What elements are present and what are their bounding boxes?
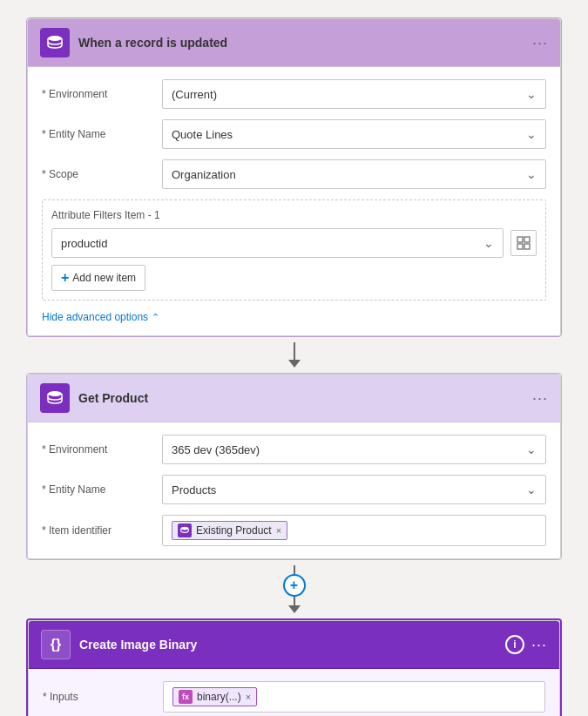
connector-line-3 bbox=[294, 597, 295, 605]
create-image-icon-box: {} bbox=[41, 630, 71, 659]
attr-filter-label: Attribute Filters Item - 1 bbox=[51, 209, 537, 221]
environment-row: * Environment (Current) ⌄ bbox=[42, 79, 546, 109]
attr-filter-value: productid bbox=[61, 237, 483, 250]
add-step-button-1[interactable]: + bbox=[283, 574, 306, 597]
get-product-header: Get Product ··· bbox=[28, 375, 560, 422]
binary-chip-label: binary(...) bbox=[197, 691, 241, 703]
environment-label: * Environment bbox=[42, 88, 155, 100]
add-item-plus-icon: + bbox=[61, 270, 69, 286]
get-product-card-wrapper: Get Product ··· * Environment 365 dev (3… bbox=[26, 373, 562, 560]
create-image-card-wrapper: {} Create Image Binary i ··· * Inputs fx bbox=[26, 618, 562, 716]
create-image-menu: i ··· bbox=[505, 635, 547, 654]
gp-entity-label: * Entity Name bbox=[42, 483, 155, 496]
get-product-card: Get Product ··· * Environment 365 dev (3… bbox=[27, 374, 561, 559]
chevron-up-icon: ⌃ bbox=[152, 312, 159, 323]
svg-rect-2 bbox=[524, 237, 530, 242]
gp-environment-dropdown[interactable]: 365 dev (365dev) ⌄ bbox=[162, 435, 546, 464]
grid-icon-button[interactable] bbox=[510, 230, 537, 256]
gp-environment-arrow-icon: ⌄ bbox=[526, 442, 537, 456]
get-product-title: Get Product bbox=[78, 391, 524, 405]
connector-line-2 bbox=[294, 565, 295, 574]
create-image-more-button[interactable]: ··· bbox=[531, 637, 547, 652]
ci-inputs-row: * Inputs fx binary(...) × bbox=[43, 681, 545, 713]
environment-value: (Current) bbox=[172, 88, 526, 101]
binary-chip: fx binary(...) × bbox=[172, 687, 257, 706]
create-image-header: {} Create Image Binary i ··· bbox=[29, 621, 559, 669]
gp-entity-value: Products bbox=[172, 483, 526, 496]
hide-advanced-label: Hide advanced options bbox=[42, 311, 148, 323]
gp-environment-row: * Environment 365 dev (365dev) ⌄ bbox=[42, 435, 546, 464]
svg-point-6 bbox=[181, 527, 188, 530]
add-item-button[interactable]: + Add new item bbox=[51, 265, 145, 291]
hide-advanced-link[interactable]: Hide advanced options ⌃ bbox=[42, 311, 546, 323]
attr-filter-arrow-icon: ⌄ bbox=[483, 236, 494, 250]
svg-rect-1 bbox=[517, 237, 523, 242]
entity-dropdown[interactable]: Quote Lines ⌄ bbox=[162, 119, 546, 149]
scope-arrow-icon: ⌄ bbox=[526, 167, 537, 181]
add-item-label: Add new item bbox=[72, 272, 136, 284]
create-image-card: {} Create Image Binary i ··· * Inputs fx bbox=[28, 620, 560, 716]
flow-container: When a record is updated ··· * Environme… bbox=[26, 17, 562, 716]
grid-icon bbox=[517, 236, 531, 250]
trigger-card-wrapper: When a record is updated ··· * Environme… bbox=[26, 17, 562, 337]
attr-filter-dropdown[interactable]: productid ⌄ bbox=[51, 228, 504, 258]
trigger-card-body: * Environment (Current) ⌄ * Entity Name … bbox=[28, 67, 560, 335]
trigger-card-header: When a record is updated ··· bbox=[28, 19, 560, 67]
entity-arrow-icon: ⌄ bbox=[526, 127, 537, 141]
connector-plus-1: + bbox=[283, 560, 306, 618]
get-product-body: * Environment 365 dev (365dev) ⌄ * Entit… bbox=[28, 422, 560, 558]
ci-inputs-label: * Inputs bbox=[43, 691, 156, 703]
code-brace-icon: {} bbox=[51, 637, 61, 652]
gp-item-id-field[interactable]: Existing Product × bbox=[162, 515, 546, 546]
gp-item-id-label: * Item identifier bbox=[42, 524, 155, 537]
scope-value: Organization bbox=[172, 168, 526, 181]
svg-rect-3 bbox=[517, 244, 523, 249]
create-image-title: Create Image Binary bbox=[79, 638, 497, 652]
fx-text: fx bbox=[182, 692, 189, 701]
scope-row: * Scope Organization ⌄ bbox=[42, 159, 546, 189]
attr-filter-row: productid ⌄ bbox=[51, 228, 537, 258]
existing-product-chip: Existing Product × bbox=[172, 521, 287, 540]
environment-arrow-icon: ⌄ bbox=[526, 87, 537, 101]
trigger-card-title: When a record is updated bbox=[78, 36, 524, 50]
get-product-menu: ··· bbox=[532, 390, 548, 406]
gp-entity-dropdown[interactable]: Products ⌄ bbox=[162, 475, 546, 504]
svg-point-0 bbox=[48, 36, 62, 41]
svg-rect-4 bbox=[524, 244, 530, 249]
entity-value: Quote Lines bbox=[172, 128, 526, 141]
create-image-body: * Inputs fx binary(...) × bbox=[29, 669, 559, 716]
environment-dropdown[interactable]: (Current) ⌄ bbox=[162, 79, 546, 109]
trigger-icon-box bbox=[40, 28, 70, 57]
gp-entity-arrow-icon: ⌄ bbox=[526, 483, 537, 496]
chip-fx-icon: fx bbox=[179, 690, 193, 704]
gp-environment-label: * Environment bbox=[42, 443, 155, 456]
trigger-card: When a record is updated ··· * Environme… bbox=[27, 18, 561, 336]
ci-inputs-field[interactable]: fx binary(...) × bbox=[163, 681, 545, 713]
connector-1 bbox=[288, 337, 301, 373]
scope-dropdown[interactable]: Organization ⌄ bbox=[162, 159, 546, 189]
entity-row: * Entity Name Quote Lines ⌄ bbox=[42, 119, 546, 149]
chip-remove-button[interactable]: × bbox=[276, 525, 281, 536]
trigger-card-menu: ··· bbox=[532, 35, 548, 51]
entity-label: * Entity Name bbox=[42, 128, 155, 140]
chip-db-svg bbox=[179, 525, 190, 536]
get-product-more-button[interactable]: ··· bbox=[532, 390, 548, 406]
gp-entity-row: * Entity Name Products ⌄ bbox=[42, 475, 546, 504]
gp-item-id-row: * Item identifier Existing Product × bbox=[42, 515, 546, 546]
binary-chip-remove-button[interactable]: × bbox=[246, 692, 251, 702]
chip-label: Existing Product bbox=[196, 524, 272, 537]
svg-point-5 bbox=[48, 391, 62, 396]
scope-label: * Scope bbox=[42, 168, 155, 180]
connector-arrow-1 bbox=[288, 360, 301, 368]
info-button[interactable]: i bbox=[505, 635, 524, 654]
database-icon bbox=[46, 34, 64, 51]
connector-line-1 bbox=[294, 342, 295, 360]
attr-filter-section: Attribute Filters Item - 1 productid ⌄ bbox=[42, 199, 546, 301]
gp-environment-value: 365 dev (365dev) bbox=[172, 443, 526, 456]
get-product-icon-box bbox=[40, 383, 70, 413]
trigger-more-button[interactable]: ··· bbox=[532, 35, 548, 51]
database-icon-2 bbox=[46, 389, 64, 407]
chip-db-icon bbox=[178, 523, 192, 537]
connector-arrow-2 bbox=[288, 605, 301, 613]
